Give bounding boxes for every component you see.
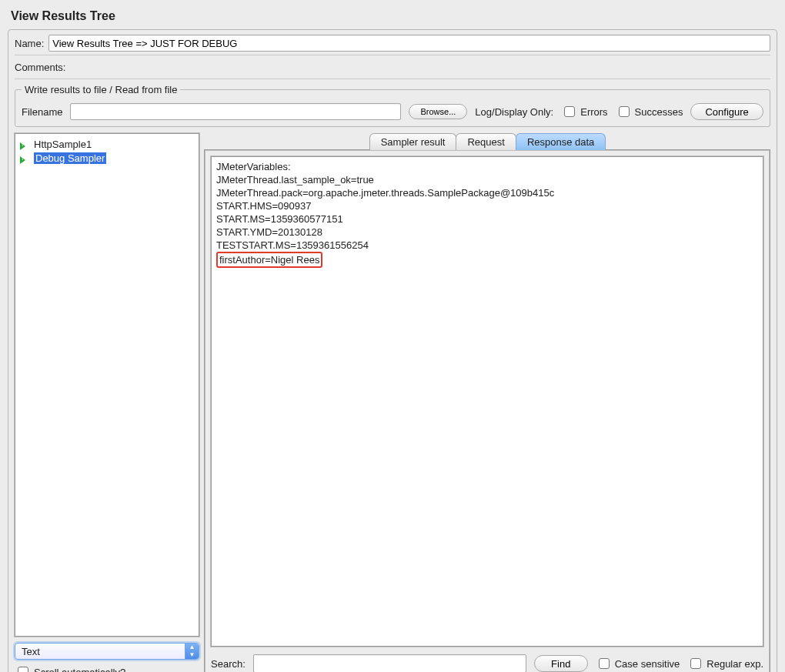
renderer-select-value: Text: [22, 646, 40, 657]
search-field[interactable]: [253, 654, 526, 672]
regular-exp-checkbox[interactable]: Regular exp.: [687, 656, 763, 671]
successes-checkbox-label: Successes: [635, 106, 683, 118]
name-field[interactable]: [48, 35, 770, 52]
tree-node-debug-sampler[interactable]: Debug Sampler: [17, 151, 197, 165]
success-icon: [20, 152, 31, 163]
results-tree[interactable]: HttpSample1 Debug Sampler: [15, 133, 199, 637]
case-sensitive-checkbox[interactable]: Case sensitive: [596, 656, 680, 671]
write-results-fieldset: Write results to file / Read from file F…: [15, 84, 770, 127]
tree-node-label: Debug Sampler: [34, 152, 106, 164]
errors-checkbox[interactable]: Errors: [561, 104, 607, 119]
logdisplay-label: Log/Display Only:: [475, 105, 553, 119]
successes-checkbox[interactable]: Successes: [616, 104, 683, 119]
tab-response-data[interactable]: Response data: [516, 133, 606, 150]
write-results-legend: Write results to file / Read from file: [22, 84, 180, 95]
detail-tabs: Sampler result Request Response data: [204, 133, 770, 150]
success-icon: [20, 139, 31, 149]
name-label: Name:: [15, 36, 44, 51]
tree-node-label: HttpSample1: [34, 139, 92, 150]
search-label: Search:: [211, 657, 246, 671]
panel-title: View Results Tree: [11, 9, 777, 23]
errors-checkbox-label: Errors: [580, 106, 607, 118]
comments-field[interactable]: [70, 59, 770, 75]
tab-sampler-result[interactable]: Sampler result: [369, 133, 457, 150]
tab-request[interactable]: Request: [456, 133, 516, 150]
regular-exp-label: Regular exp.: [706, 658, 763, 670]
renderer-select[interactable]: Text ▲▼: [15, 643, 199, 660]
response-panel: JMeterVariables:JMeterThread.last_sample…: [204, 149, 770, 672]
view-results-tree-window: View Results Tree Name: Comments: Write …: [0, 0, 785, 672]
filename-label: Filename: [22, 105, 62, 119]
tree-node-httpsample1[interactable]: HttpSample1: [17, 137, 197, 151]
highlight-firstauthor: firstAuthor=Nigel Rees: [216, 252, 322, 268]
case-sensitive-label: Case sensitive: [615, 658, 680, 670]
response-text-area[interactable]: JMeterVariables:JMeterThread.last_sample…: [211, 156, 763, 647]
configure-button[interactable]: Configure: [690, 103, 763, 120]
filename-field[interactable]: [70, 103, 401, 120]
select-stepper-icon: ▲▼: [185, 644, 199, 659]
scroll-automatically-label: Scroll automatically?: [34, 667, 125, 673]
comments-label: Comments:: [15, 60, 65, 75]
find-button[interactable]: Find: [534, 655, 588, 672]
scroll-automatically-checkbox[interactable]: Scroll automatically?: [15, 664, 125, 672]
main-panel: Name: Comments: Write results to file / …: [8, 29, 777, 672]
browse-button[interactable]: Browse...: [409, 104, 467, 119]
